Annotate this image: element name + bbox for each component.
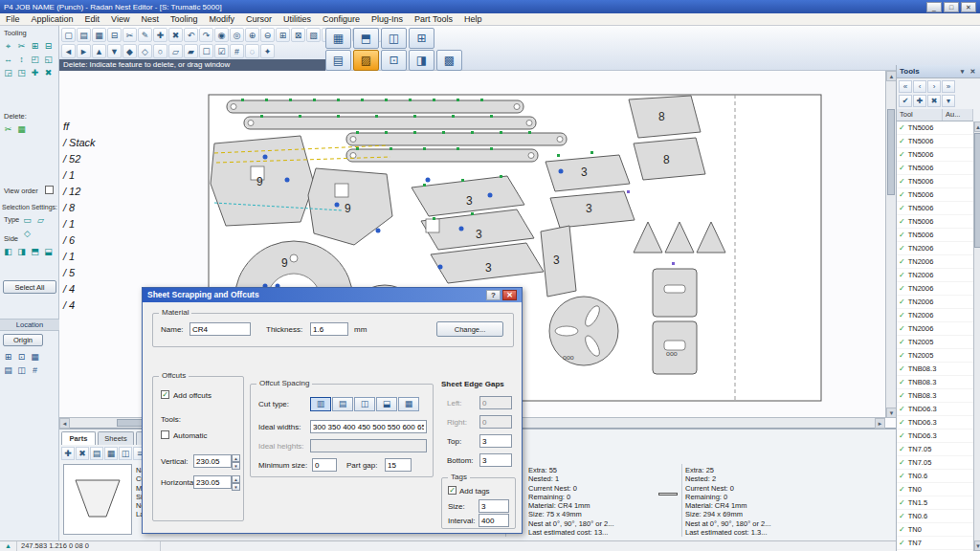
change-material-button[interactable]: Change... [436, 321, 503, 337]
tool-list-scrollbar[interactable]: ▲ ▼ [973, 121, 980, 551]
side-filter-icon[interactable]: ⬒ [29, 245, 41, 257]
tool-icon[interactable]: ↷ [199, 28, 213, 42]
tool-icon[interactable]: ⊟ [107, 28, 122, 42]
location-grid-icon[interactable]: ▦ [29, 350, 41, 363]
menu-item[interactable]: Configure [317, 13, 366, 25]
tool-list-item[interactable]: ✓ TN0 [897, 483, 973, 496]
tool-list-item[interactable]: ✓ TN7 [897, 537, 973, 550]
tool-icon[interactable]: ☐ [199, 44, 213, 58]
tool-icon[interactable]: ▰ [184, 44, 198, 58]
parts-toolbar-icon[interactable]: ▤ [90, 447, 103, 460]
view-button[interactable]: ▦ [325, 28, 351, 49]
cut-type-option-icon[interactable]: ◫ [354, 397, 375, 411]
tool-icon[interactable]: ○ [153, 44, 167, 58]
tools-action-icon[interactable]: ✔ [899, 95, 912, 107]
maximize-button[interactable]: □ [944, 2, 959, 12]
menu-item[interactable]: Part Tools [409, 13, 458, 25]
tool-list-item[interactable]: ✓ TN2006 [897, 242, 973, 255]
dialog-titlebar[interactable]: Sheet Scrapping and Offcuts ? ✕ [143, 288, 522, 302]
location-grid-icon[interactable]: ⊡ [15, 350, 28, 363]
tool-icon[interactable]: ◄ [61, 44, 76, 58]
tool-icon[interactable]: ▤ [77, 28, 91, 42]
tool-list-item[interactable]: ✓ TN7.05 [897, 443, 973, 456]
edge-gap-top-input[interactable] [479, 434, 512, 448]
tool-list-item[interactable]: ✓ TN0.6 [897, 470, 973, 483]
material-name-input[interactable] [189, 322, 251, 336]
part-gap-input[interactable] [385, 458, 412, 472]
close-button[interactable]: ✕ [961, 2, 976, 12]
location-grid-icon[interactable]: ⊞ [2, 350, 14, 363]
tab-sheets[interactable]: Sheets [98, 431, 134, 445]
tooling-tool-icon[interactable]: ✚ [29, 66, 41, 78]
tool-icon[interactable]: ▱ [168, 44, 183, 58]
tool-list-item[interactable]: ✓ TND06.3 [897, 403, 973, 416]
tool-list-item[interactable]: ✓ TN5006 [897, 215, 973, 229]
part-info-column-3[interactable]: Extra: 55Nested: 1Current Nest: 0Remaini… [528, 466, 613, 537]
menu-item[interactable]: View [105, 13, 135, 25]
side-filter-icon[interactable]: ◧ [2, 245, 14, 257]
tool-icon[interactable]: ✦ [260, 44, 275, 58]
tools-nav-icon[interactable]: › [927, 80, 941, 93]
tool-icon[interactable]: ► [77, 44, 91, 58]
tool-icon[interactable]: ↶ [184, 28, 198, 42]
mode-button[interactable]: ▤ [325, 50, 351, 71]
location-grid-icon[interactable]: ◫ [15, 364, 28, 376]
menu-item[interactable]: Modify [203, 13, 240, 25]
parts-toolbar-icon[interactable]: ◫ [119, 447, 132, 460]
menu-item[interactable]: Tooling [165, 13, 204, 25]
panel-close-icon[interactable]: ✕ [968, 65, 978, 77]
horizontal-input[interactable] [193, 475, 232, 489]
tool-column-header[interactable]: Tool [897, 109, 943, 121]
tooling-tool-icon[interactable]: ◱ [42, 53, 55, 65]
tool-list-item[interactable]: ✓ TN5006 [897, 202, 973, 215]
minimize-button[interactable]: _ [926, 2, 942, 12]
tooling-tool-icon[interactable]: ◰ [29, 53, 41, 65]
tool-list-item[interactable]: ✓ TN0 [897, 523, 973, 537]
tool-list-item[interactable]: ✓ TNB08.3 [897, 376, 973, 389]
location-grid-icon[interactable]: ▤ [2, 364, 14, 376]
tooling-tool-icon[interactable]: ◲ [2, 66, 14, 78]
side-filter-icon[interactable]: ⬓ [42, 245, 55, 257]
cut-type-option-icon[interactable]: ⬓ [376, 397, 397, 411]
menu-item[interactable]: File [0, 13, 26, 25]
tool-list-item[interactable]: ✓ TNB08.3 [897, 389, 973, 403]
menu-item[interactable]: Utilities [278, 13, 317, 25]
mode-button-active[interactable]: ▨ [353, 50, 379, 71]
tool-list-item[interactable]: ✓ TN2006 [897, 309, 973, 322]
tool-icon[interactable]: ▲ [92, 44, 106, 58]
tool-icon[interactable]: ▦ [92, 28, 106, 42]
view-button[interactable]: ⊞ [409, 28, 434, 49]
scroll-thumb[interactable] [887, 109, 895, 195]
view-button[interactable]: ◫ [381, 28, 407, 49]
type-filter-icon[interactable]: ▱ [34, 213, 47, 226]
canvas-vertical-scrollbar[interactable]: ▲ ▼ [885, 71, 896, 418]
tool-list-item[interactable]: ✓ TN5006 [897, 148, 973, 162]
delete-tool-icon[interactable]: ✂ [2, 122, 14, 135]
tool-list-item[interactable]: ✓ TN5006 [897, 188, 973, 202]
tooling-tool-icon[interactable]: ⊟ [42, 39, 55, 52]
tooling-tool-icon[interactable]: ↔ [2, 53, 14, 65]
mode-button[interactable]: ▩ [436, 50, 462, 71]
scroll-left-icon[interactable]: ◄ [59, 418, 70, 429]
tool-list-item[interactable]: ✓ TN2006 [897, 255, 973, 269]
menu-item[interactable]: Plug-Ins [366, 13, 409, 25]
tag-size-input[interactable] [479, 499, 509, 513]
dialog-help-button[interactable]: ? [486, 290, 501, 300]
scroll-up-icon[interactable]: ▲ [974, 121, 980, 132]
tool-icon[interactable]: ▼ [107, 44, 122, 58]
add-tags-checkbox[interactable]: ✓ [448, 486, 457, 495]
tool-icon[interactable]: ✖ [168, 28, 183, 42]
tool-list-item[interactable]: ✓ TN1.5 [897, 496, 973, 510]
tool-list-item[interactable]: ✓ TN2005 [897, 336, 973, 349]
tool-icon[interactable]: ▧ [306, 28, 321, 42]
side-filter-icon[interactable]: ◨ [15, 245, 28, 257]
tool-icon[interactable]: ▢ [61, 28, 76, 42]
tooling-tool-icon[interactable]: ✖ [42, 66, 55, 78]
part-info-column-4[interactable]: Extra: 25Nested: 2Current Nest: 0Remaini… [685, 466, 770, 537]
tooling-tool-icon[interactable]: ◳ [15, 66, 28, 78]
tag-interval-input[interactable] [479, 514, 509, 527]
view-order-checkbox[interactable] [45, 186, 54, 194]
mode-button[interactable]: ◨ [409, 50, 434, 71]
edge-gap-bottom-input[interactable] [479, 453, 512, 467]
menu-item[interactable]: Application [26, 13, 79, 25]
